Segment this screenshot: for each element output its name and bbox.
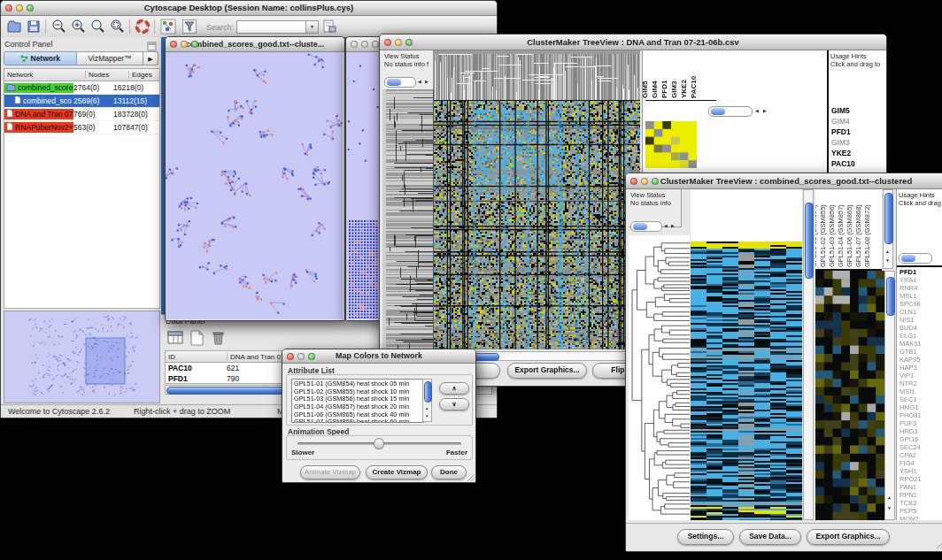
- tv1-row-dendrogram[interactable]: [382, 89, 434, 349]
- tv1-heatmap[interactable]: [434, 101, 640, 349]
- gene-label[interactable]: YRA1: [900, 276, 922, 284]
- slider-left-arrow[interactable]: ◀: [664, 222, 668, 230]
- network-tree-row[interactable]: combined_sco2569(6)13112(15): [4, 95, 159, 108]
- gene-label[interactable]: NIS1: [900, 316, 922, 324]
- network-tree-row[interactable]: combined_scores2764(0)16218(0): [4, 81, 159, 95]
- attribute-list-item[interactable]: GPL51-02 (GSM855) heat shock 10 min: [294, 388, 423, 396]
- gene-label[interactable]: PFD1: [900, 268, 922, 276]
- attribute-list-scrollbar[interactable]: ▲ ▼: [422, 379, 432, 422]
- delete-attribute-icon[interactable]: [209, 329, 227, 350]
- scroll-down-arrow[interactable]: ▼: [425, 414, 429, 418]
- attribute-list-item[interactable]: GPL51-04 (GSM857) heat shock 20 min: [294, 403, 423, 411]
- slider-left-arrow[interactable]: ◀: [418, 78, 421, 86]
- network-tree-row[interactable]: RNAPuberNov2+563(0)107847(0): [4, 121, 159, 134]
- gene-label[interactable]: GTB1: [900, 348, 922, 356]
- animate-vizmap-button[interactable]: Animate Vizmap: [300, 465, 360, 479]
- minimize-button[interactable]: [361, 41, 368, 48]
- network-tree-row[interactable]: DNA and Tran 07769(0)183728(0): [4, 108, 159, 121]
- dialog-titlebar[interactable]: Map Colors to Network: [282, 349, 475, 364]
- tv1-matrix-zoom-slider[interactable]: [708, 106, 753, 117]
- search-config-icon[interactable]: [321, 19, 337, 35]
- close-button[interactable]: [287, 353, 294, 360]
- tv1-col-dendrogram[interactable]: [434, 50, 640, 101]
- tab-vizmapper[interactable]: VizMapper™: [77, 51, 143, 65]
- resize-grip[interactable]: [935, 539, 942, 549]
- gene-label[interactable]: MSI1: [900, 387, 922, 395]
- attribute-list-item[interactable]: GPL51-01 (GSM854) heat shock 05 min: [294, 380, 423, 388]
- gene-label[interactable]: KAP95: [900, 356, 922, 364]
- slider-left-arrow[interactable]: ◀: [755, 107, 759, 115]
- gene-label[interactable]: RNR4: [900, 284, 922, 292]
- gene-label[interactable]: PUF3: [900, 419, 922, 427]
- tv1-row-label[interactable]: GIM5: [831, 105, 855, 116]
- slider-right-arrow[interactable]: ▶: [671, 222, 675, 230]
- treeview1-titlebar[interactable]: ClusterMaker TreeView : DNA and Tran 07-…: [380, 35, 886, 50]
- gene-label[interactable]: FIG4: [900, 459, 922, 467]
- close-button[interactable]: [170, 41, 177, 48]
- create-vizmap-button[interactable]: Create Vizmap: [366, 465, 428, 479]
- zoom-button[interactable]: [27, 4, 34, 12]
- network1-titlebar[interactable]: combined_scores_good.txt--cluste...: [166, 37, 344, 52]
- scroll-down-arrow[interactable]: ▼: [887, 505, 892, 510]
- scroll-down-arrow[interactable]: ▼: [885, 257, 890, 263]
- attribute-list-item[interactable]: GPL51-06 (GSM865) heat shock 40 min: [294, 411, 423, 419]
- network-overview-panel[interactable]: [4, 311, 160, 403]
- window-controls[interactable]: [5, 4, 34, 12]
- tv1-zoom-slider[interactable]: [384, 77, 416, 88]
- tv2-settings-button[interactable]: Settings...: [677, 529, 734, 545]
- gene-label[interactable]: MSL1: [900, 292, 922, 300]
- gene-label[interactable]: ELG1: [900, 332, 922, 340]
- minimize-button[interactable]: [16, 4, 23, 12]
- search-dropdown-button[interactable]: ▾: [305, 20, 319, 34]
- attribute-list[interactable]: GPL51-01 (GSM854) heat shock 05 minGPL51…: [291, 379, 424, 423]
- tv1-export-graphics-button[interactable]: Export Graphics...: [507, 363, 587, 379]
- done-button[interactable]: Done: [431, 465, 467, 479]
- zoom-in-icon[interactable]: [71, 19, 87, 35]
- gene-label[interactable]: RPO21: [900, 475, 922, 483]
- tv2-collabel-scrollbar[interactable]: ▲ ▼: [883, 189, 893, 269]
- gene-label[interactable]: NTR2: [900, 380, 922, 387]
- gene-label[interactable]: MAK31: [900, 340, 922, 348]
- filter-icon[interactable]: [181, 19, 197, 35]
- gene-label[interactable]: YSH1: [900, 467, 922, 475]
- help-lifering-icon[interactable]: [135, 19, 151, 35]
- close-button[interactable]: [630, 178, 637, 185]
- tv1-row-label[interactable]: YKE2: [831, 148, 855, 158]
- col-id[interactable]: ID: [166, 353, 228, 361]
- minimize-button[interactable]: [641, 178, 648, 185]
- tv2-export-graphics-button[interactable]: Export Graphics...: [807, 529, 890, 545]
- tv1-similarity-matrix[interactable]: [645, 121, 697, 168]
- minimize-button[interactable]: [297, 353, 305, 360]
- scroll-up-arrow[interactable]: ▲: [425, 406, 429, 410]
- gene-label[interactable]: CPA2: [900, 451, 922, 459]
- tv1-row-label[interactable]: GIM3: [831, 137, 855, 148]
- network-canvas-1[interactable]: [166, 52, 343, 319]
- tv1-row-label[interactable]: PAC10: [831, 158, 855, 169]
- gene-label[interactable]: HRD3: [900, 427, 922, 435]
- gene-label[interactable]: SPC98: [900, 300, 922, 308]
- tv2-heatmap[interactable]: [691, 242, 802, 520]
- tv2-zoom-slider[interactable]: [630, 221, 662, 232]
- move-down-button[interactable]: ∨: [439, 398, 469, 410]
- zoom-out-icon[interactable]: [51, 19, 67, 35]
- gene-label[interactable]: SEC24: [900, 443, 922, 451]
- gene-label[interactable]: HAP3: [900, 364, 922, 372]
- tv2-gene-list[interactable]: PFD1YRA1RNR4MSL1SPC98CLN1NIS1BUD4ELG1MAK…: [900, 268, 922, 520]
- resize-grip[interactable]: [467, 473, 475, 482]
- scroll-up-arrow[interactable]: ▲: [887, 495, 892, 500]
- zoom-fit-icon[interactable]: [90, 19, 106, 35]
- vizmapper-nodes-icon[interactable]: [160, 19, 176, 35]
- tab-network[interactable]: Network: [4, 51, 77, 65]
- gene-label[interactable]: PAN1: [900, 483, 922, 491]
- gene-label[interactable]: GPI16: [900, 435, 922, 443]
- search-input[interactable]: [236, 20, 307, 34]
- tv2-gene-zoom-slider[interactable]: [899, 253, 932, 264]
- attribute-list-item[interactable]: GPL51-07 (GSM868) heat shock 60 min: [294, 418, 423, 423]
- minimize-button[interactable]: [395, 39, 402, 46]
- save-icon[interactable]: [26, 19, 42, 35]
- gene-label[interactable]: BUD4: [900, 324, 922, 332]
- tv2-zoom-scrollbar[interactable]: ▲ ▼: [884, 271, 895, 520]
- tv2-vscrollbar[interactable]: [803, 189, 814, 520]
- gene-label[interactable]: HMG1: [900, 403, 922, 411]
- tv2-save-data-button[interactable]: Save Data...: [739, 529, 801, 545]
